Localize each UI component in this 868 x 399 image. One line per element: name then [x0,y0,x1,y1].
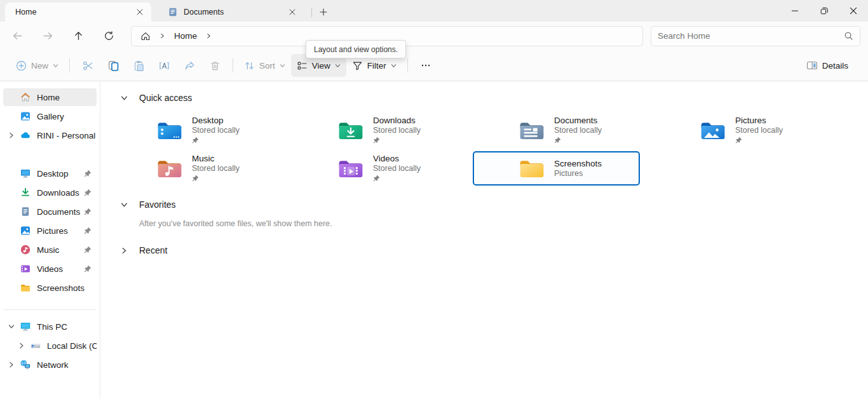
tile-subtitle: Stored locally [192,164,240,173]
chevron-down-icon [335,63,341,69]
quick-access-tiles: Desktop Stored locally Downloads Stored … [111,113,868,186]
plus-circle-icon [16,60,27,71]
sidebar-item-onedrive[interactable]: RINI - Personal [3,126,97,144]
navigation-pane: Home Gallery RINI - Personal Desktop Dow… [0,82,100,399]
search-box[interactable] [651,26,860,46]
sidebar-item-documents[interactable]: Documents [3,203,97,220]
sidebar-item-videos[interactable]: Videos [3,260,97,278]
navigation-bar: Home [0,22,868,50]
tile-name: Pictures [735,116,783,126]
documents-icon [20,206,31,217]
search-input[interactable] [658,31,844,41]
sidebar-item-gallery[interactable]: Gallery [3,107,97,125]
chevron-down-icon [280,63,285,69]
sidebar-item-desktop[interactable]: Desktop [3,165,97,182]
home-folder-icon [20,91,31,103]
pin-icon [735,137,783,145]
chevron-down-icon [391,63,397,69]
view-icon [297,60,308,71]
share-button[interactable] [177,54,202,77]
chevron-right-icon[interactable] [3,132,20,139]
documents-icon [168,7,178,17]
sidebar-item-home[interactable]: Home [3,88,97,106]
tab-documents[interactable]: Documents [158,3,304,22]
folder-icon [519,158,545,180]
sidebar-item-this-pc[interactable]: This PC [3,318,97,335]
sidebar-item-downloads[interactable]: Downloads [3,184,97,201]
quick-access-header: Quick access [121,90,868,105]
gallery-icon [20,111,31,122]
recent-section: Recent [121,243,868,258]
chevron-right-icon[interactable] [13,342,30,349]
tile-name: Documents [554,116,602,126]
pin-icon [373,137,421,145]
content-area: Quick access Desktop Stored locally Down… [100,82,868,399]
tab-documents-label: Documents [184,8,286,17]
back-icon[interactable] [6,25,28,47]
videos-folder-icon [337,158,364,180]
pin-icon [373,175,421,183]
tile-music[interactable]: Music Stored locally [111,151,278,186]
details-button[interactable]: Details [801,54,854,77]
music-folder-icon [156,158,183,180]
delete-button[interactable] [202,54,227,77]
sort-button[interactable]: Sort [238,54,291,77]
tab-separator [311,8,312,17]
tab-close-icon[interactable] [133,6,146,18]
tab-close-icon[interactable] [286,6,299,18]
tile-videos[interactable]: Videos Stored locally [292,151,459,186]
refresh-icon[interactable] [98,25,119,47]
tab-home[interactable]: Home [5,3,151,22]
close-icon[interactable] [839,0,868,22]
tile-name: Screenshots [554,159,602,169]
breadcrumb-home-icon[interactable] [135,28,156,44]
sidebar-item-local-disk-c[interactable]: Local Disk (C:) [13,337,97,355]
tooltip: Layout and view options. [306,40,406,58]
sidebar-item-network[interactable]: Network [3,356,97,374]
cut-button[interactable] [75,54,100,77]
sidebar-item-screenshots[interactable]: Screenshots [3,279,97,297]
rename-button[interactable] [151,54,177,77]
downloads-icon [20,187,31,198]
pin-icon [84,170,97,177]
chevron-right-icon [202,33,215,39]
breadcrumb-segment[interactable]: Home [169,28,202,44]
forward-icon[interactable] [37,25,58,47]
chevron-right-icon [156,33,169,39]
chevron-right-icon[interactable] [3,362,20,368]
toolbar-separator [69,58,70,72]
chevron-down-icon[interactable] [3,323,20,330]
minimize-icon[interactable] [780,0,810,22]
tile-downloads[interactable]: Downloads Stored locally [292,113,459,147]
more-button[interactable] [413,54,438,77]
trash-icon [210,60,220,71]
tile-name: Desktop [192,116,240,126]
onedrive-icon [20,130,31,141]
paste-button[interactable] [126,54,151,77]
documents-folder-icon [519,119,545,142]
share-icon [184,60,195,71]
sidebar-item-music[interactable]: Music [3,241,97,259]
tile-pictures[interactable]: Pictures Stored locally [654,113,821,147]
pin-icon [84,246,97,254]
chevron-down-icon[interactable] [121,201,131,208]
tile-desktop[interactable]: Desktop Stored locally [111,113,278,147]
tile-subtitle: Stored locally [373,126,421,135]
restore-icon[interactable] [810,0,839,22]
new-tab-button[interactable] [317,6,330,18]
desktop-icon [20,168,31,179]
disk-icon [30,340,41,351]
copy-icon [108,60,119,71]
copy-button[interactable] [100,54,126,77]
desktop-folder-icon [156,119,183,142]
command-bar: New Sort View [0,50,868,81]
sidebar-item-pictures[interactable]: Pictures [3,222,97,240]
up-icon[interactable] [67,25,89,47]
tile-screenshots[interactable]: Screenshots Pictures [473,151,640,186]
tile-subtitle: Stored locally [735,126,783,135]
pictures-icon [20,225,31,236]
tile-documents[interactable]: Documents Stored locally [473,113,640,147]
new-button[interactable]: New [10,54,64,77]
chevron-down-icon[interactable] [121,95,131,102]
chevron-right-icon[interactable] [121,247,131,254]
